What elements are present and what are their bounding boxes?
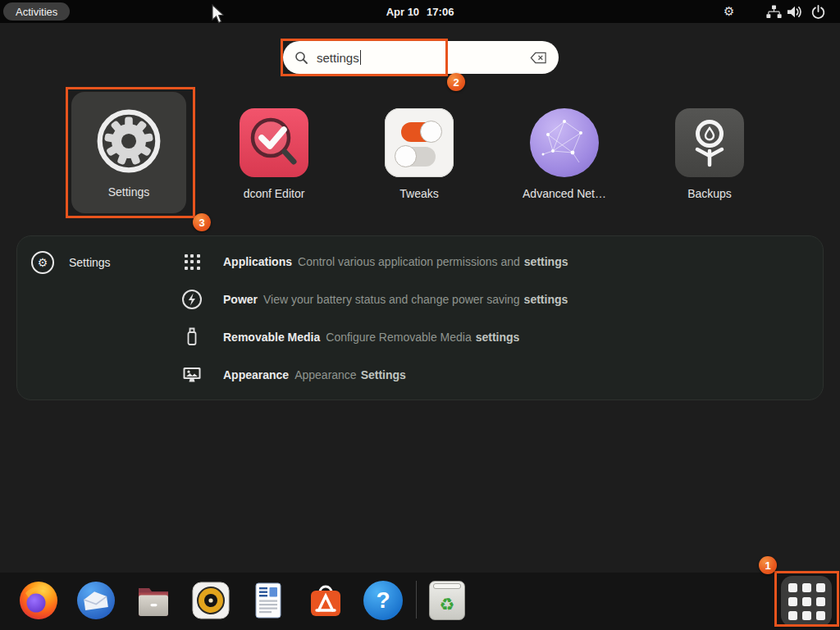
gear-icon[interactable]: ⚙ [724,0,734,23]
thunderbird-icon[interactable] [76,581,116,620]
help-icon[interactable]: ? [363,581,403,620]
app-tile-backups[interactable]: Backups [644,108,775,200]
dock: ? ♻ [0,573,840,630]
power-icon[interactable] [810,0,826,23]
tweaks-toggles-icon [385,108,454,177]
results-provider-settings[interactable]: ⚙ Settings [31,251,111,274]
dock-separator [416,581,417,619]
result-row-appearance[interactable]: AppearanceAppearanceSettings [181,356,813,394]
result-desc: Appearance [294,368,357,381]
result-highlight: settings [524,255,568,268]
dconf-editor-icon [240,108,308,177]
text-caret [360,50,362,65]
show-applications-grid-icon [788,583,825,620]
result-desc: Configure Removable Media [326,331,471,344]
result-title: Applications [223,255,292,268]
app-tile-settings[interactable]: Settings [71,92,186,213]
network-globe-icon [530,108,599,177]
settings-gear-icon: ⚙ [31,251,54,274]
toggle-off [396,147,436,167]
app-tile-tweaks[interactable]: Tweaks [354,108,485,200]
recycle-glyph: ♻ [440,596,455,614]
result-highlight: settings [524,293,568,306]
result-row-removable-media[interactable]: Removable MediaConfigure Removable Media… [181,318,813,356]
show-applications-button[interactable] [781,576,832,627]
files-folder-icon[interactable] [134,581,173,620]
search-value: settings [317,50,361,65]
activities-button[interactable]: Activities [3,2,70,21]
clock-date: Apr 10 [386,6,419,18]
libreoffice-writer-icon[interactable] [249,581,288,620]
trash-icon[interactable]: ♻ [427,581,467,620]
annotation-badge-step2: 2 [447,73,465,91]
volume-icon[interactable] [786,0,803,23]
app-tile-label: dconf Editor [244,187,305,200]
ubuntu-software-icon[interactable] [306,581,345,620]
app-tile-advanced-network[interactable]: Advanced Net… [499,108,630,200]
result-desc: Control various application permissions … [298,255,520,268]
result-highlight: Settings [361,368,406,381]
annotation-badge-step3: 3 [193,213,211,231]
backspace-clear-icon[interactable] [530,52,547,64]
power-icon [181,289,203,310]
trash-lid [433,583,461,589]
app-tile-label: Tweaks [399,187,438,200]
result-row-power[interactable]: PowerView your battery status and change… [181,281,813,318]
result-highlight: settings [476,331,520,344]
result-title: Removable Media [223,331,320,344]
search-input[interactable]: settings [283,41,559,74]
app-tile-label: Settings [108,185,150,199]
search-icon [294,51,308,65]
results-provider-label: Settings [69,256,111,269]
applications-grid-icon [181,251,203,272]
settings-gear-icon [94,107,163,176]
app-tile-label: Backups [687,187,732,200]
gnome-activities-overview: Activities Apr 10 17:06 ⚙ [0,0,840,630]
removable-media-usb-icon [181,326,203,348]
top-bar: Activities Apr 10 17:06 ⚙ [0,0,840,23]
result-title: Power [223,293,258,306]
result-row-applications[interactable]: ApplicationsControl various application … [181,243,813,281]
app-tile-dconf-editor[interactable]: dconf Editor [208,108,340,200]
backups-icon [675,108,744,177]
toggle-on [401,122,441,142]
question-glyph: ? [376,587,390,614]
clock[interactable]: Apr 10 17:06 [0,0,840,23]
result-desc: View your battery status and change powe… [263,293,520,306]
annotation-badge-step1: 1 [759,556,777,574]
wired-network-icon[interactable] [766,0,782,23]
rhythmbox-icon[interactable] [191,581,231,620]
clock-time: 17:06 [427,6,454,18]
result-title: Appearance [223,368,289,381]
app-tile-label: Advanced Net… [523,187,606,200]
firefox-icon[interactable] [19,581,58,620]
appearance-display-icon [181,364,203,386]
